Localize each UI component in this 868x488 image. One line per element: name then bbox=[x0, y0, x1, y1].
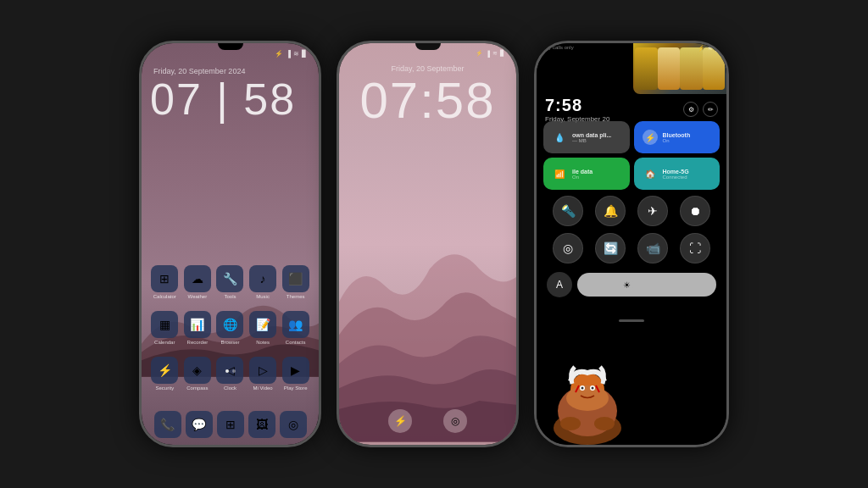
app-notes[interactable]: 📝 Notes bbox=[247, 311, 279, 345]
clock-label: Clock bbox=[224, 385, 236, 391]
svg-point-8 bbox=[581, 387, 584, 390]
cam-rotate-icon: 🔄 bbox=[604, 241, 618, 255]
mivideo-label: Mi Video bbox=[253, 385, 272, 391]
app-clock[interactable]: ◁ Clock bbox=[214, 357, 246, 391]
dock-gallery[interactable]: 🖼 bbox=[248, 411, 275, 438]
video-circle-icon: 📹 bbox=[646, 241, 660, 255]
dot-2 bbox=[232, 369, 236, 373]
calculator-icon[interactable]: ⊞ bbox=[151, 265, 178, 292]
battery-icon: ▊ bbox=[302, 50, 307, 58]
app-contacts[interactable]: 👥 Contacts bbox=[280, 311, 312, 345]
contacts-icon[interactable]: 👥 bbox=[282, 311, 309, 338]
dock-phone[interactable]: 📞 bbox=[154, 411, 181, 438]
edit-icon-btn[interactable]: ✏ bbox=[703, 102, 718, 117]
cam-rotate-circle-btn[interactable]: 🔄 bbox=[595, 233, 626, 263]
tile-data-usage[interactable]: 💧 own data pli... — MB bbox=[543, 121, 630, 153]
music-icon[interactable]: ♪ bbox=[249, 265, 276, 292]
flashlight-icon: ⚡ bbox=[394, 415, 407, 427]
expand-circle-btn[interactable]: ⛶ bbox=[680, 233, 710, 263]
camera-button[interactable]: ◎ bbox=[443, 409, 467, 433]
bottom-dock: 📞 💬 ⊞ 🖼 ◎ bbox=[142, 411, 319, 438]
tile-mobile-title: ile data bbox=[572, 169, 593, 175]
phone-1: ⚡ ▐ ≋ ▊ Friday, 20 September 2024 07 | 5… bbox=[139, 41, 321, 447]
anime-face-3 bbox=[680, 47, 703, 90]
tile-wifi[interactable]: 🏠 Home-5G Connected bbox=[634, 158, 721, 190]
expand-circle-icon: ⛶ bbox=[689, 241, 701, 255]
phone2-wifi-icon: ≋ bbox=[492, 50, 498, 57]
record-circle-icon: ⏺ bbox=[689, 204, 701, 218]
app-browser[interactable]: 🌐 Browser bbox=[214, 311, 246, 345]
phone1-time: 07 | 58 bbox=[150, 77, 296, 121]
phone3-time-group: 7:58 Friday, September 20 bbox=[545, 96, 609, 123]
auto-brightness-btn[interactable]: A bbox=[547, 272, 572, 297]
app-mivideo[interactable]: ▷ Mi Video bbox=[247, 357, 279, 391]
playstore-label: Play Store bbox=[284, 385, 308, 391]
quick-tiles-grid: 💧 own data pli... — MB ⚡ Bluetooth On 📶 … bbox=[537, 121, 726, 190]
location-circle-btn[interactable]: ◎ bbox=[553, 233, 583, 263]
phone-2-screen: ⚡ ▐ ≋ ▊ Friday, 20 September 07:58 ⚡ ◎ bbox=[339, 43, 516, 445]
dock-messages[interactable]: 💬 bbox=[186, 411, 213, 438]
phone3-wifi-icon: ≋ bbox=[708, 45, 713, 52]
app-calculator[interactable]: ⊞ Calculator bbox=[148, 265, 181, 299]
browser-icon[interactable]: 🌐 bbox=[216, 311, 243, 338]
tile-bluetooth-title: Bluetooth bbox=[663, 132, 691, 138]
app-grid: ⊞ Calculator ☁ Weather 🔧 Tools ♪ Music ⬛ bbox=[142, 265, 319, 402]
tile-bluetooth-subtitle: On bbox=[663, 138, 691, 143]
video-circle-btn[interactable]: 📹 bbox=[637, 233, 668, 263]
phone3-bluetooth-icon: ⚡ bbox=[698, 45, 705, 52]
phone2-bottom-controls: ⚡ ◎ bbox=[339, 409, 516, 433]
phone-2: ⚡ ▐ ≋ ▊ Friday, 20 September 07:58 ⚡ ◎ bbox=[337, 41, 519, 447]
brightness-indicator: ☀ bbox=[619, 277, 634, 292]
calculator-label: Calculator bbox=[153, 294, 176, 299]
airplane-circle-btn[interactable]: ✈ bbox=[637, 196, 668, 226]
settings-icon-btn[interactable]: ⚙ bbox=[683, 102, 698, 117]
svg-point-3 bbox=[594, 417, 615, 430]
tile-mobile-data[interactable]: 📶 ile data On bbox=[543, 158, 630, 190]
dock-apps[interactable]: ⊞ bbox=[217, 411, 244, 438]
phone3-action-icons: ⚙ ✏ bbox=[683, 102, 718, 117]
app-music[interactable]: ♪ Music bbox=[247, 265, 279, 299]
app-security[interactable]: ⚡ Security bbox=[148, 357, 181, 391]
phone2-time: 07:58 bbox=[339, 75, 516, 126]
dock-camera[interactable]: ◎ bbox=[280, 411, 307, 438]
signal-icon: ▐ bbox=[286, 50, 291, 58]
app-playstore[interactable]: ▶ Play Store bbox=[280, 357, 312, 391]
app-calendar[interactable]: ▦ Calendar bbox=[148, 311, 181, 345]
phone2-bluetooth-icon: ⚡ bbox=[476, 50, 483, 57]
themes-icon[interactable]: ⬛ bbox=[282, 265, 309, 292]
notch bbox=[218, 43, 243, 50]
recorder-label: Recorder bbox=[187, 340, 209, 345]
notes-icon[interactable]: 📝 bbox=[249, 311, 276, 338]
brightness-row: A ☀ bbox=[537, 272, 726, 297]
app-compass[interactable]: ◈ Compass bbox=[181, 357, 214, 391]
tile-wifi-text: Home-5G Connected bbox=[663, 169, 689, 180]
data-usage-icon: 💧 bbox=[552, 130, 567, 145]
brightness-slider[interactable]: ☀ bbox=[577, 273, 716, 297]
compass-label: Compass bbox=[186, 385, 208, 391]
mobile-data-icon: 📶 bbox=[552, 166, 567, 181]
record-circle-btn[interactable]: ⏺ bbox=[680, 196, 710, 226]
tools-icon[interactable]: 🔧 bbox=[216, 265, 243, 292]
bluetooth-tile-icon: ⚡ bbox=[643, 130, 658, 145]
circle-row-2: ◎ 🔄 📹 ⛶ bbox=[547, 233, 716, 263]
bluetooth-icon: ⚡ bbox=[275, 50, 283, 58]
camera-icon: ◎ bbox=[451, 415, 459, 427]
app-themes[interactable]: ⬛ Themes bbox=[280, 265, 312, 299]
anime-character bbox=[545, 326, 630, 445]
tile-mobile-text: ile data On bbox=[572, 169, 593, 180]
flashlight-circle-btn[interactable]: 🔦 bbox=[553, 196, 583, 226]
tile-bluetooth[interactable]: ⚡ Bluetooth On bbox=[634, 121, 721, 153]
weather-icon[interactable]: ☁ bbox=[184, 265, 211, 292]
calendar-label: Calendar bbox=[154, 340, 175, 345]
airplane-circle-icon: ✈ bbox=[648, 204, 658, 218]
recorder-icon[interactable]: 📊 bbox=[184, 311, 211, 338]
tools-label: Tools bbox=[224, 294, 236, 299]
app-weather[interactable]: ☁ Weather bbox=[181, 265, 214, 299]
flashlight-circle-icon: 🔦 bbox=[561, 204, 576, 218]
app-tools[interactable]: 🔧 Tools bbox=[214, 265, 246, 299]
bell-circle-btn[interactable]: 🔔 bbox=[595, 196, 626, 226]
phone-3-screen: ncy calls only ⚡ ≋ ▊ 7:58 Friday, Septem… bbox=[537, 43, 726, 445]
calendar-icon[interactable]: ▦ bbox=[151, 311, 178, 338]
flashlight-button[interactable]: ⚡ bbox=[388, 409, 412, 433]
app-recorder[interactable]: 📊 Recorder bbox=[181, 311, 214, 345]
